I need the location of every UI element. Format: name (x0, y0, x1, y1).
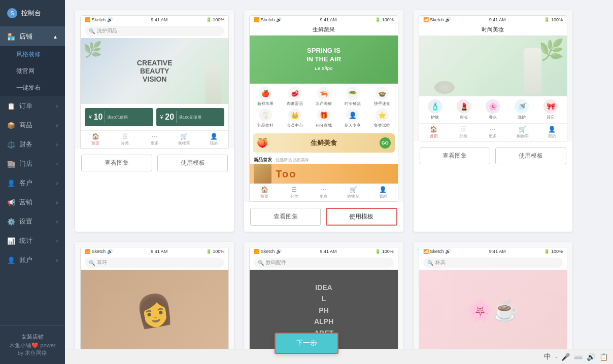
sidebar-logo[interactable]: S 控制台 (0, 0, 65, 27)
taskbar-icon-mic[interactable]: 🎤 (561, 353, 570, 361)
cosmetics-leaf-deco: 🌿 (539, 38, 564, 62)
cat-item-seafood: 🦐 水产海鲜 (310, 87, 337, 106)
cat-label-vip: 会员中心 (287, 123, 303, 128)
view-gallery-button-beauty[interactable]: 查看图集 (81, 155, 152, 171)
cosm-nav-home: 🏠首页 (419, 126, 449, 139)
promo-text: 生鲜美食 (311, 138, 337, 148)
chevron-icon: › (56, 103, 58, 109)
cups-image-icon: 🌸☕ (467, 299, 518, 322)
phone-mockup-fresh: 📶 Sketch 🔊 9:41 AM 🔋 100% 生鲜蔬果 SPRING IS… (244, 10, 403, 202)
cat-label-meat: 肉禽蛋品 (287, 101, 303, 106)
status-right-ear: 🔋 100% (206, 249, 225, 254)
phone-status-cups: 📶 Sketch 🔊 9:41 AM 🔋 100% (419, 247, 567, 256)
cosm-nav-more: ⋯更多 (478, 126, 507, 139)
sidebar-customers-label: 客户 (19, 178, 32, 188)
cat-item-meat: 🥩 肉禽蛋品 (281, 87, 308, 106)
sidebar: S 控制台 🏪 店铺 ▲ 风格装修 微官网 一键发布 📋 订单 › 📦 商品 ›… (0, 0, 65, 364)
chevron-icon: › (56, 219, 58, 225)
sidebar-item-customers[interactable]: 👤 客户 › (0, 173, 65, 193)
nav-label-me: 我的 (210, 140, 218, 146)
cosm-nav-home-label: 首页 (430, 133, 438, 139)
sidebar-item-store[interactable]: 🏪 店铺 ▲ (0, 27, 65, 46)
search-icon-ear: 🔍 (89, 260, 95, 266)
use-template-button-beauty[interactable]: 使用模板 (157, 155, 228, 171)
submenu-item-publish[interactable]: 一键发布 (0, 80, 65, 96)
nav-label-category: 分类 (121, 140, 129, 146)
sidebar-item-stats[interactable]: 📊 统计 › (0, 231, 65, 250)
sidebar-item-settings[interactable]: ⚙️ 设置 › (0, 212, 65, 231)
use-template-button-cosmetics[interactable]: 使用模板 (495, 148, 566, 164)
cosm-nav-me-label: 我的 (548, 133, 556, 139)
store-icon: 🏪 (7, 33, 15, 41)
chevron-icon: › (56, 258, 58, 263)
status-right-cosm: 🔋 100% (544, 17, 563, 22)
search-bar-cups: 🔍 杯具 (423, 258, 563, 268)
taskbar-icon-zh[interactable]: 中 (544, 352, 551, 361)
taskbar-icon-volume[interactable]: 🔊 (587, 353, 595, 361)
chevron-icon: › (56, 200, 58, 205)
beauty-banner: 🌿 CREATIVEBEAUTYVISION (81, 38, 228, 104)
view-gallery-button-cosmetics[interactable]: 查看图集 (420, 148, 491, 164)
use-template-button-fresh[interactable]: 使用模板 (326, 208, 397, 226)
sidebar-item-marketing[interactable]: 📢 营销 › (0, 193, 65, 212)
fresh-nav-more: ⋯更多 (309, 186, 338, 199)
phone-mockup-earring: 📶 Sketch 🔊 9:41 AM 🔋 100% 🔍 耳环 👩 (75, 242, 234, 351)
promo-go-button: GO (380, 137, 391, 149)
phone-status-beauty: 📶 Sketch 🔊 9:41 AM 🔋 100% (81, 16, 228, 24)
cosm-icon-other: 🎀 (543, 99, 558, 114)
taskbar-icon-clipboard[interactable]: 📋 (599, 353, 608, 361)
cosm-cat-haircare: 🚿 洗护 (508, 99, 536, 120)
fresh-title-bar: 生鲜蔬果 (250, 24, 397, 35)
status-left-fresh: 📶 Sketch 🔊 (254, 17, 282, 22)
coupon-2: ¥ 20 满100元使用 (156, 108, 225, 126)
search-bar-digital: 🔍 数码配件 (254, 258, 393, 268)
nav-item-cart: 🛒购物车 (169, 133, 199, 146)
taskbar-icon-keyboard[interactable]: ⌨️ (574, 353, 583, 361)
cat-icon-veggie: 🥗 (346, 87, 359, 100)
phone-status-cosmetics: 📶 Sketch 🔊 9:41 AM 🔋 100% (419, 16, 567, 24)
earring-banner-image: 👩 (81, 270, 228, 351)
sidebar-stats-label: 统计 (19, 236, 32, 245)
cat-label-seafood: 水产海鲜 (316, 101, 332, 106)
sidebar-item-store2[interactable]: 🏬 门店 › (0, 154, 65, 173)
sidebar-item-orders[interactable]: 📋 订单 › (0, 96, 65, 116)
submenu-item-decoration[interactable]: 风格装修 (0, 46, 65, 63)
brand-label: 木鱼小铺❤️ power (7, 342, 58, 349)
status-time-cup: 9:41 AM (489, 249, 506, 254)
template-card-beauty: 📶 Sketch 🔊 9:41 AM 🔋 100% 🔍 洗护用品 🌿 (75, 10, 234, 232)
sidebar-item-products[interactable]: 📦 商品 › (0, 116, 65, 135)
more-icon: ⋯ (152, 133, 158, 140)
cosm-cat-skincare: 🧴 护肤 (421, 99, 449, 120)
phone-search-earring: 🔍 耳环 (81, 256, 228, 270)
taskbar: 中 · 🎤 ⌨️ 🔊 📋 (65, 349, 613, 364)
cosm-me-icon: 👤 (548, 126, 556, 133)
settings-icon: ⚙️ (7, 218, 15, 226)
sidebar-item-finance[interactable]: ⚖️ 财务 › (0, 135, 65, 154)
card-actions-fresh: 查看图集 使用模板 (244, 202, 403, 232)
cosmetics-banner: 🌿 (419, 35, 567, 96)
digital-banner-text: IDEALPHALPHABET (314, 282, 333, 339)
fresh-nav-home-label: 首页 (260, 194, 268, 199)
phone-search-beauty: 🔍 洗护用品 (81, 24, 228, 38)
status-right: 🔋 100% (206, 17, 225, 22)
taskbar-icon-dot[interactable]: · (555, 353, 557, 361)
submenu-item-wechat[interactable]: 微官网 (0, 63, 65, 80)
sidebar-item-account[interactable]: 👤 账户 › (0, 250, 65, 270)
logo-icon: S (7, 8, 17, 18)
heart-icon: ❤️ (31, 342, 39, 348)
fresh-nav-cart-label: 购物车 (347, 194, 359, 199)
phone-screen-cups: 📶 Sketch 🔊 9:41 AM 🔋 100% 🔍 杯具 🌸☕ (419, 247, 567, 351)
search-icon: 🔍 (89, 28, 95, 34)
category-icon: ☰ (122, 133, 128, 140)
chevron-icon: › (56, 161, 58, 167)
sidebar-bottom: 女装店铺 木鱼小铺❤️ power by 木鱼网络 (0, 325, 65, 364)
nav-label-home: 首页 (91, 140, 99, 146)
cosm-icon-skincare: 🧴 (428, 99, 442, 114)
cat-icon-meat: 🥩 (288, 87, 301, 100)
view-gallery-button-fresh[interactable]: 查看图集 (250, 208, 321, 226)
too-left-image (254, 164, 271, 184)
next-step-button[interactable]: 下一步 (275, 333, 338, 354)
cat-item-fruits: 🍎 新鲜水果 (252, 87, 279, 106)
fresh-banner: SPRING ISIN THE AIRLe Silpo (250, 35, 397, 84)
beauty-banner-text: CREATIVEBEAUTYVISION (137, 59, 173, 83)
